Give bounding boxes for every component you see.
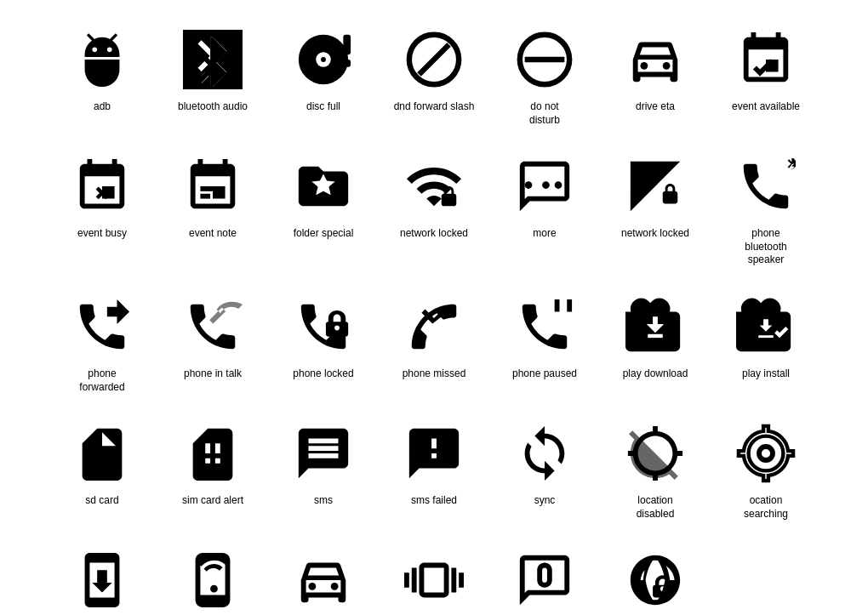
phone-bluetooth-speaker-label: phonebluetoothspeaker bbox=[745, 227, 786, 267]
icon-item-vibration: vibration bbox=[379, 538, 489, 615]
location-searching-icon bbox=[732, 419, 800, 487]
svg-point-10 bbox=[663, 62, 671, 70]
sync-label: sync bbox=[534, 494, 556, 508]
drive-eta-2-icon bbox=[289, 546, 357, 614]
event-busy-icon bbox=[68, 152, 136, 220]
icon-item-disc-full: disc full bbox=[268, 17, 379, 135]
icon-item-drive-eta: drive eta bbox=[600, 17, 711, 135]
icon-item-folder-special: folder special bbox=[268, 144, 379, 276]
icon-item-do-not-disturb: do notdisturb bbox=[489, 17, 600, 135]
event-available-label: event available bbox=[732, 100, 800, 114]
network-locked-1-icon bbox=[400, 152, 468, 220]
icon-item-bluetooth-audio: bluetooth audio bbox=[157, 17, 268, 135]
icon-item-dnd-forward-slash: dnd forward slash bbox=[379, 17, 489, 135]
adb-icon bbox=[68, 26, 136, 94]
icon-item-event-note: event note bbox=[157, 144, 268, 276]
svg-point-14 bbox=[760, 447, 773, 460]
vpn-lock-icon bbox=[621, 546, 689, 614]
sd-card-label: sd card bbox=[85, 494, 118, 508]
location-disabled-label: locationdisabled bbox=[637, 494, 675, 521]
do-not-disturb-label: do notdisturb bbox=[529, 100, 560, 127]
svg-rect-11 bbox=[200, 186, 215, 191]
folder-special-label: folder special bbox=[294, 227, 354, 241]
svg-rect-12 bbox=[200, 194, 210, 199]
icon-item-play-download: play download bbox=[600, 284, 711, 402]
icon-item-tap-and-play: tap and play bbox=[157, 538, 268, 615]
network-locked-2-icon bbox=[621, 152, 689, 220]
sim-card-alert-icon bbox=[179, 419, 247, 487]
vibration-icon bbox=[400, 546, 468, 614]
phone-bluetooth-speaker-icon bbox=[732, 152, 800, 220]
icon-item-adb: adb bbox=[47, 17, 157, 135]
icon-item-sim-card-alert: sim card alert bbox=[157, 411, 268, 529]
icon-item-network-locked-2: network locked bbox=[600, 144, 711, 276]
bluetooth-audio-icon bbox=[179, 26, 247, 94]
icon-item-sms: sms bbox=[268, 411, 379, 529]
icon-item-sd-card: sd card bbox=[47, 411, 157, 529]
event-available-icon bbox=[732, 26, 800, 94]
disc-full-label: disc full bbox=[306, 100, 340, 114]
more-icon bbox=[511, 152, 579, 220]
network-locked-1-label: network locked bbox=[400, 227, 468, 241]
event-busy-label: event busy bbox=[77, 227, 127, 241]
icon-grid: adb bluetooth audio disc full bbox=[21, 0, 847, 615]
phone-forwarded-icon bbox=[68, 293, 136, 361]
sms-label: sms bbox=[314, 494, 333, 508]
disc-full-icon bbox=[289, 26, 357, 94]
icon-item-phone-bluetooth-speaker: phonebluetoothspeaker bbox=[711, 144, 821, 276]
svg-point-16 bbox=[331, 583, 339, 590]
sms-failed-icon bbox=[400, 419, 468, 487]
phone-in-talk-label: phone in talk bbox=[184, 367, 242, 381]
icon-item-system-update: system update bbox=[47, 538, 157, 615]
network-locked-2-label: network locked bbox=[621, 227, 689, 241]
voice-chat-icon bbox=[511, 546, 579, 614]
phone-missed-icon bbox=[400, 293, 468, 361]
icon-item-play-install: play install bbox=[711, 284, 821, 402]
phone-locked-label: phone locked bbox=[293, 367, 353, 381]
location-disabled-icon bbox=[621, 419, 689, 487]
svg-line-6 bbox=[420, 45, 449, 75]
sms-icon bbox=[289, 419, 357, 487]
icon-item-phone-paused: phone paused bbox=[489, 284, 600, 402]
adb-label: adb bbox=[94, 100, 111, 114]
icon-item-event-busy: event busy bbox=[47, 144, 157, 276]
folder-special-icon bbox=[289, 152, 357, 220]
icon-item-sms-failed: sms failed bbox=[379, 411, 489, 529]
svg-point-2 bbox=[321, 57, 326, 62]
icon-item-drive-eta-2: drive eta bbox=[268, 538, 379, 615]
svg-point-9 bbox=[641, 62, 648, 70]
icon-item-sync: sync bbox=[489, 411, 600, 529]
icon-item-voice-chat: voice chat bbox=[489, 538, 600, 615]
icon-item-more: more bbox=[489, 144, 600, 276]
event-note-icon bbox=[179, 152, 247, 220]
sms-failed-label: sms failed bbox=[411, 494, 457, 508]
svg-rect-13 bbox=[648, 334, 663, 338]
play-install-label: play install bbox=[742, 367, 790, 381]
phone-paused-icon bbox=[511, 293, 579, 361]
icon-item-location-disabled: locationdisabled bbox=[600, 411, 711, 529]
more-label: more bbox=[533, 227, 556, 241]
icon-item-phone-in-talk: phone in talk bbox=[157, 284, 268, 402]
sim-card-alert-label: sim card alert bbox=[182, 494, 243, 508]
sync-icon bbox=[511, 419, 579, 487]
svg-rect-4 bbox=[343, 60, 351, 67]
play-download-label: play download bbox=[623, 367, 688, 381]
phone-missed-label: phone missed bbox=[403, 367, 466, 381]
dnd-forward-slash-label: dnd forward slash bbox=[394, 100, 475, 114]
phone-paused-label: phone paused bbox=[512, 367, 577, 381]
play-download-icon bbox=[621, 293, 689, 361]
icon-item-location-searching: ocationsearching bbox=[711, 411, 821, 529]
icon-item-phone-forwarded: phoneforwarded bbox=[47, 284, 157, 402]
dnd-forward-slash-icon bbox=[400, 26, 468, 94]
icon-item-phone-locked: phone locked bbox=[268, 284, 379, 402]
drive-eta-label: drive eta bbox=[636, 100, 675, 114]
tap-and-play-icon bbox=[179, 546, 247, 614]
svg-point-15 bbox=[309, 583, 317, 590]
phone-locked-icon bbox=[289, 293, 357, 361]
sd-card-icon bbox=[68, 419, 136, 487]
play-install-icon bbox=[732, 293, 800, 361]
bluetooth-audio-label: bluetooth audio bbox=[178, 100, 248, 114]
icon-item-vpn-lock: vpn lock bbox=[600, 538, 711, 615]
do-not-disturb-icon bbox=[511, 26, 579, 94]
location-searching-label: ocationsearching bbox=[744, 494, 788, 521]
